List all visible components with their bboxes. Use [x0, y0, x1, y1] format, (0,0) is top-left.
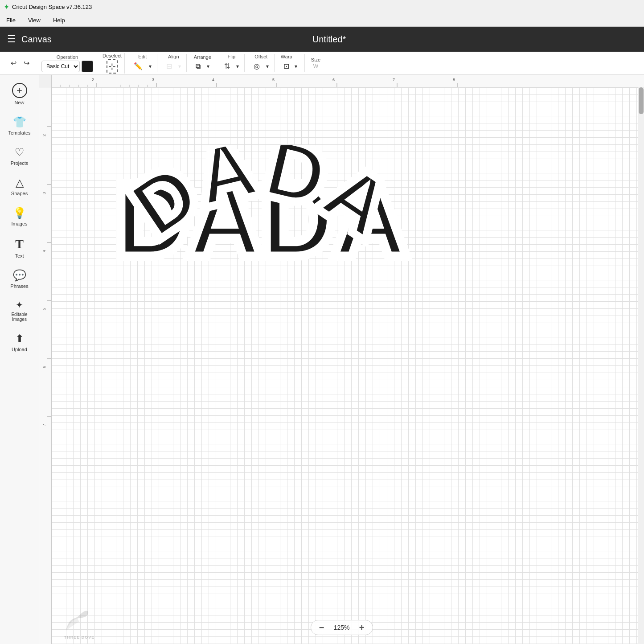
- operation-label: Operation: [57, 54, 78, 60]
- templates-icon: 👕: [13, 116, 26, 128]
- ruler-corner: [39, 75, 52, 87]
- offset-dropdown[interactable]: ▾: [263, 62, 271, 71]
- offset-group: Offset ◎ ▾: [248, 54, 275, 72]
- ruler-h-num-6: 6: [332, 78, 335, 82]
- zoom-in-button[interactable]: +: [357, 622, 367, 633]
- sidebar-item-templates[interactable]: 👕 Templates: [2, 111, 37, 140]
- ruler-h-num-2: 2: [92, 78, 94, 82]
- projects-icon: ♡: [15, 146, 25, 159]
- canvas-area[interactable]: 2 3 4 5 6 7 8: [39, 75, 644, 644]
- sidebar-phrases-label: Phrases: [10, 283, 28, 289]
- ruler-h-num-8: 8: [453, 78, 455, 82]
- ruler-vertical: 2 3 4 5 6 7: [39, 87, 52, 644]
- sidebar-editable-images-label: Editable Images: [5, 312, 34, 322]
- flip-dropdown[interactable]: ▾: [234, 62, 242, 71]
- flip-group: Flip ⇅ ▾: [219, 54, 245, 72]
- ruler-v-num-5: 5: [42, 308, 46, 310]
- new-icon: +: [12, 83, 27, 98]
- align-button[interactable]: ⊟: [164, 60, 175, 72]
- edit-dropdown[interactable]: ▾: [146, 62, 154, 71]
- ruler-h-num-4: 4: [212, 78, 214, 82]
- color-swatch[interactable]: [82, 61, 93, 72]
- menu-help[interactable]: Help: [50, 16, 68, 25]
- header: ☰ Canvas Untitled*: [0, 27, 644, 52]
- edit-button[interactable]: ✏️: [131, 60, 145, 72]
- ruler-h-num-3: 3: [152, 78, 154, 82]
- sidebar-item-new[interactable]: + New: [2, 78, 37, 110]
- vertical-scrollbar[interactable]: [638, 87, 644, 644]
- size-icon: W: [313, 63, 318, 70]
- arrange-dropdown[interactable]: ▾: [204, 62, 212, 71]
- warp-button[interactable]: ⊡: [281, 60, 291, 72]
- text-icon: T: [15, 237, 24, 251]
- document-title: Untitled*: [228, 34, 430, 45]
- redo-button[interactable]: ↪: [21, 57, 32, 69]
- dada-design[interactable]: DADA DADA DADA DADA: [105, 145, 417, 288]
- warp-dropdown[interactable]: ▾: [292, 62, 300, 71]
- hamburger-icon[interactable]: ☰: [7, 33, 16, 45]
- dada-svg: DADA DADA DADA DADA: [105, 145, 417, 288]
- align-dropdown[interactable]: ▾: [176, 62, 184, 71]
- undo-redo-group: ↩ ↪: [5, 57, 35, 69]
- ruler-v-num-6: 6: [42, 366, 46, 368]
- edit-label: Edit: [138, 54, 147, 59]
- sidebar-item-shapes[interactable]: △ Shapes: [2, 172, 37, 201]
- sidebar-upload-label: Upload: [12, 347, 27, 352]
- offset-label: Offset: [254, 54, 267, 59]
- sidebar-projects-label: Projects: [11, 160, 29, 166]
- ruler-v-num-3: 3: [42, 192, 46, 194]
- align-label: Align: [168, 54, 179, 59]
- shapes-icon: △: [16, 176, 24, 189]
- watermark-text: THREE DOVE: [64, 635, 95, 640]
- edit-group: Edit ✏️ ▾: [128, 54, 157, 72]
- ruler-v-num-4: 4: [42, 250, 46, 252]
- undo-button[interactable]: ↩: [8, 57, 19, 69]
- ruler-v-num-7: 7: [42, 424, 46, 426]
- sidebar-item-images[interactable]: 💡 Images: [2, 202, 37, 231]
- menu-bar: File View Help: [0, 14, 644, 27]
- watermark: THREE DOVE: [53, 608, 106, 640]
- editable-images-icon: ✦: [16, 299, 23, 310]
- flip-button[interactable]: ⇅: [222, 60, 233, 72]
- watermark-icon: [62, 608, 97, 635]
- deselect-button[interactable]: ⊹: [107, 59, 118, 74]
- offset-button[interactable]: ◎: [251, 60, 263, 72]
- size-group: Size W: [308, 57, 323, 70]
- sidebar-images-label: Images: [11, 221, 27, 226]
- canvas-label: Canvas: [21, 34, 223, 45]
- sidebar-item-upload[interactable]: ⬆ Upload: [2, 328, 37, 357]
- zoom-out-button[interactable]: −: [316, 622, 327, 633]
- sidebar-item-text[interactable]: T Text: [2, 233, 37, 263]
- canvas-grid[interactable]: DADA DADA DADA DADA: [52, 87, 644, 644]
- app-icon: ✦: [4, 3, 9, 11]
- warp-group: Warp ⊡ ▾: [278, 54, 305, 72]
- sidebar-item-phrases[interactable]: 💬 Phrases: [2, 265, 37, 293]
- zoom-controls: − 125% +: [311, 620, 373, 635]
- deselect-label: Deselect: [103, 53, 122, 58]
- sidebar-item-projects[interactable]: ♡ Projects: [2, 142, 37, 170]
- ruler-v-num-2: 2: [42, 134, 46, 136]
- app-title: Cricut Design Space v7.36.123: [12, 4, 92, 10]
- scrollbar-thumb[interactable]: [639, 87, 644, 114]
- upload-icon: ⬆: [15, 332, 24, 345]
- toolbar: ↩ ↪ Operation Basic Cut Deselect ⊹ Edit …: [0, 52, 644, 75]
- ruler-horizontal: 2 3 4 5 6 7 8: [52, 75, 644, 87]
- sidebar: + New 👕 Templates ♡ Projects △ Shapes 💡 …: [0, 75, 39, 644]
- ruler-h-num-5: 5: [272, 78, 275, 82]
- flip-label: Flip: [227, 54, 235, 59]
- align-group: Align ⊟ ▾: [161, 54, 187, 72]
- arrange-group: Arrange ⧉ ▾: [190, 54, 215, 72]
- sidebar-new-label: New: [14, 100, 24, 105]
- operation-select[interactable]: Basic Cut: [41, 61, 80, 72]
- images-icon: 💡: [13, 207, 26, 219]
- arrange-label: Arrange: [194, 54, 211, 60]
- sidebar-text-label: Text: [15, 253, 24, 258]
- menu-view[interactable]: View: [25, 16, 43, 25]
- deselect-group: Deselect ⊹: [100, 53, 125, 74]
- ruler-h-num-7: 7: [393, 78, 395, 82]
- menu-file[interactable]: File: [4, 16, 18, 25]
- sidebar-item-editable-images[interactable]: ✦ Editable Images: [2, 295, 37, 326]
- arrange-button[interactable]: ⧉: [193, 61, 203, 72]
- warp-label: Warp: [281, 54, 292, 59]
- sidebar-templates-label: Templates: [8, 130, 30, 135]
